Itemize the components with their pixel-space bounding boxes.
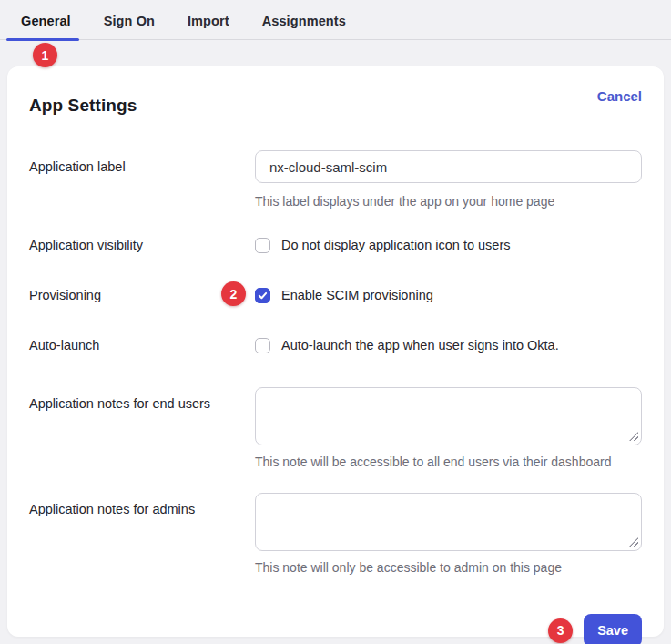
- step-badge-2: 2: [221, 281, 246, 306]
- form-row-notes-admins: Application notes for admins This note w…: [29, 493, 642, 576]
- card-header: App Settings Cancel: [29, 88, 642, 116]
- tab-bar: General Sign On Import Assignments: [0, 0, 671, 40]
- tab-import[interactable]: Import: [188, 14, 229, 28]
- notes-end-users-field-label: Application notes for end users: [29, 387, 255, 470]
- cancel-link[interactable]: Cancel: [597, 88, 642, 104]
- provisioning-checkbox-row[interactable]: Enable SCIM provisioning: [255, 288, 642, 303]
- auto-launch-field-label: Auto-launch: [29, 337, 255, 353]
- form-row-auto-launch: Auto-launch Auto-launch the app when use…: [29, 337, 642, 353]
- form-row-application-label: Application label This label displays un…: [29, 150, 642, 210]
- notes-admins-help-text: This note will only be accessible to adm…: [255, 560, 642, 576]
- notes-end-users-textarea[interactable]: [255, 387, 642, 445]
- tab-general[interactable]: General: [21, 14, 71, 28]
- checkmark-icon: [258, 291, 268, 301]
- notes-end-users-help-text: This note will be accessible to all end …: [255, 455, 642, 470]
- save-button[interactable]: Save: [584, 614, 642, 644]
- tab-assignments[interactable]: Assignments: [262, 14, 346, 28]
- notes-admins-textarea[interactable]: [255, 493, 642, 551]
- app-settings-card: App Settings Cancel Application label Th…: [7, 66, 664, 637]
- step-badge-1: 1: [33, 43, 57, 67]
- form-row-provisioning: 2 Provisioning Enable SCIM provisioning: [29, 287, 642, 303]
- auto-launch-checkbox-label: Auto-launch the app when user signs into…: [281, 338, 559, 353]
- step-badge-3: 3: [548, 618, 573, 643]
- card-footer: 3 Save: [29, 614, 642, 644]
- application-visibility-checkbox-label: Do not display application icon to users: [281, 238, 510, 253]
- application-label-input[interactable]: [255, 150, 642, 183]
- provisioning-checkbox-label: Enable SCIM provisioning: [281, 288, 433, 303]
- application-visibility-checkbox-row[interactable]: Do not display application icon to users: [255, 238, 642, 253]
- form-row-notes-end-users: Application notes for end users This not…: [29, 387, 642, 470]
- active-tab-underline: [6, 38, 79, 42]
- tab-sign-on[interactable]: Sign On: [104, 14, 155, 28]
- auto-launch-checkbox-row[interactable]: Auto-launch the app when user signs into…: [255, 338, 642, 353]
- auto-launch-checkbox[interactable]: [255, 338, 270, 353]
- form-row-application-visibility: Application visibility Do not display ap…: [29, 237, 642, 253]
- notes-admins-field-label: Application notes for admins: [29, 493, 255, 576]
- application-visibility-checkbox[interactable]: [255, 238, 270, 253]
- application-label-help-text: This label displays under the app on you…: [255, 194, 642, 210]
- application-visibility-field-label: Application visibility: [29, 237, 255, 253]
- application-label-field-label: Application label: [29, 150, 255, 210]
- page-title: App Settings: [29, 88, 137, 116]
- enable-scim-provisioning-checkbox[interactable]: [255, 288, 270, 303]
